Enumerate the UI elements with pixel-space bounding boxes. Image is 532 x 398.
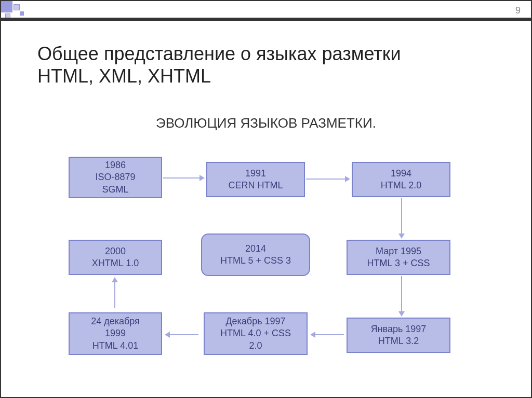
box-xhtml-name: XHTML 1.0	[92, 257, 139, 269]
box-html3css-name: HTML 3 + CSS	[367, 257, 430, 269]
title-line2: HTML, XML, XHTML	[37, 65, 211, 87]
box-html40css2-name1: HTML 4.0 + CSS	[220, 327, 291, 339]
box-html5-year: 2014	[245, 243, 266, 255]
slide-title: Общее представление о языках разметки HT…	[37, 43, 401, 87]
title-line1: Общее представление о языках разметки	[37, 43, 401, 64]
box-html5-name: HTML 5 + CSS 3	[220, 255, 291, 267]
box-sgml-name: SGML	[102, 184, 128, 196]
box-sgml-year: 1986	[105, 159, 126, 171]
box-html40css2-date: Декабрь 1997	[225, 315, 285, 327]
box-html5: 2014 HTML 5 + CSS 3	[201, 234, 310, 276]
slide-subtitle: ЭВОЛЮЦИЯ ЯЗЫКОВ РАЗМЕТКИ.	[1, 115, 531, 131]
box-xhtml-year: 2000	[105, 245, 126, 257]
arrow-b9-b8	[315, 334, 344, 335]
evolution-diagram: 1986 ISO-8879 SGML 1991 CERN HTML 1994 H…	[1, 146, 531, 397]
arrow-b1-b2	[163, 177, 200, 179]
box-html2-year: 1994	[391, 168, 411, 180]
arrow-b3-b6	[401, 198, 402, 234]
box-html32: Январь 1997 HTML 3.2	[347, 318, 450, 353]
box-html32-date: Январь 1997	[371, 323, 427, 335]
box-cern-name: CERN HTML	[228, 180, 283, 191]
top-bar	[1, 18, 531, 21]
box-html401-date1: 24 декабря	[91, 315, 140, 327]
box-cern: 1991 CERN HTML	[206, 162, 305, 197]
arrow-b2-b3	[306, 179, 345, 180]
box-cern-year: 1991	[245, 168, 266, 180]
box-html40css2-name2: 2.0	[249, 340, 262, 352]
page-number: 9	[515, 5, 521, 16]
box-html32-name: HTML 3.2	[378, 335, 419, 347]
box-html401-name: HTML 4.01	[92, 340, 138, 352]
box-sgml: 1986 ISO-8879 SGML	[69, 157, 162, 198]
arrow-b6-b9	[401, 276, 402, 311]
box-html2: 1994 HTML 2.0	[352, 162, 450, 197]
box-html401-date2: 1999	[105, 327, 126, 339]
box-sgml-iso: ISO-8879	[95, 171, 135, 183]
box-html2-name: HTML 2.0	[381, 180, 421, 191]
box-xhtml: 2000 XHTML 1.0	[69, 240, 162, 275]
box-html3css: Март 1995 HTML 3 + CSS	[347, 240, 450, 275]
box-html3css-date: Март 1995	[376, 245, 421, 257]
arrow-b8-b7	[170, 334, 198, 335]
box-html401: 24 декабря 1999 HTML 4.01	[69, 312, 162, 355]
arrow-b7-b4	[114, 282, 115, 308]
box-html40css2: Декабрь 1997 HTML 4.0 + CSS 2.0	[204, 312, 308, 355]
